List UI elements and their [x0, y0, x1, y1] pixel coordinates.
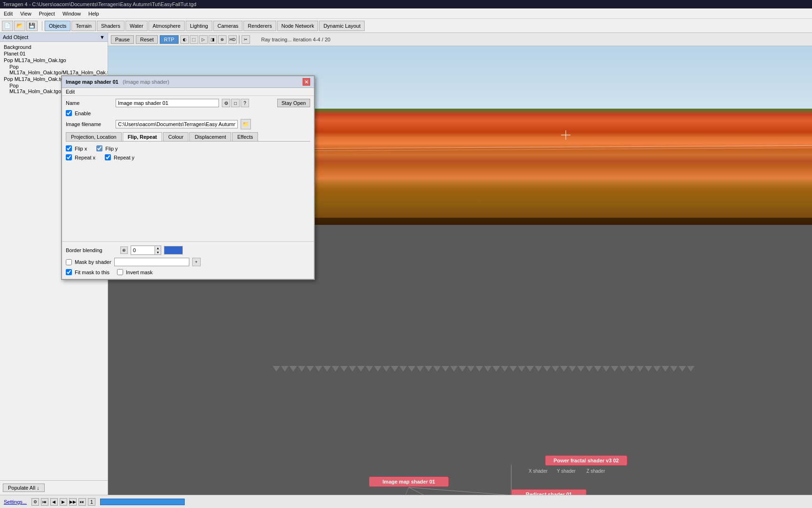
mask-shader-input[interactable] [114, 258, 189, 266]
menu-help[interactable]: Help [85, 10, 103, 17]
gear-icon[interactable]: ⚙ [31, 498, 39, 506]
menu-view[interactable]: View [16, 10, 35, 17]
rtp-button[interactable]: RTP [160, 35, 179, 44]
play-icon[interactable]: ▶ [60, 498, 67, 506]
mask-by-shader-label[interactable]: Mask by shader [75, 259, 111, 265]
render-icon-3[interactable]: ▷ [199, 35, 208, 44]
enable-label[interactable]: Enable [75, 111, 91, 116]
svg-text:Z shader: Z shader [586, 468, 605, 474]
svg-marker-28 [450, 366, 458, 372]
prev-frame-icon[interactable]: ⏮ [41, 498, 48, 506]
spinner-up[interactable]: ▲ [155, 246, 161, 250]
flip-row: Flip x Flip y [66, 145, 310, 151]
tab-flip-repeat[interactable]: Flip, Repeat [123, 132, 162, 141]
render-icon-5[interactable]: ⊕ [218, 35, 226, 44]
image-map-dialog: Image map shader 01 (Image map shader) ✕… [61, 75, 315, 280]
toolbar-new[interactable]: 📄 [2, 21, 13, 31]
pause-button[interactable]: Pause [111, 35, 134, 44]
flip-x-checkbox[interactable] [66, 145, 72, 151]
border-blending-input[interactable] [131, 247, 155, 254]
triangles-svg [273, 366, 812, 373]
tree-planet[interactable]: Planet 01 [2, 50, 106, 57]
render-icon-4[interactable]: ◨ [209, 35, 217, 44]
invert-mask-row: Invert mask [117, 269, 153, 275]
browse-button[interactable]: 📁 [241, 119, 251, 129]
left-panel-footer: Populate All ↓ [0, 480, 108, 495]
toolbar-objects[interactable]: Objects [45, 21, 70, 31]
toolbar-renderers[interactable]: Renderers [243, 21, 276, 31]
mask-by-shader-checkbox[interactable] [66, 259, 72, 265]
dialog-close-button[interactable]: ✕ [303, 78, 310, 86]
svg-marker-39 [543, 366, 551, 372]
invert-mask-label[interactable]: Invert mask [126, 270, 153, 275]
stay-open-button[interactable]: Stay Open [277, 99, 310, 107]
svg-marker-48 [619, 366, 627, 372]
tree-pop1-child[interactable]: Pop ML17a_Holm_Oak.tgo/ML17a_Holm_Oak.tg… [2, 64, 106, 76]
settings-link[interactable]: Settings... [4, 499, 27, 505]
crop-button[interactable]: ✂ [242, 35, 250, 44]
enable-checkbox[interactable] [66, 110, 72, 116]
repeat-x-label[interactable]: Repeat x [75, 155, 95, 160]
icon-btn-1[interactable]: ⚙ [222, 99, 230, 107]
tab-displacement[interactable]: Displacement [189, 132, 231, 141]
svg-marker-53 [662, 366, 669, 372]
repeat-row: Repeat x Repeat y [66, 154, 310, 160]
repeat-y-label[interactable]: Repeat y [114, 155, 134, 160]
node-image-map-shader[interactable]: Image map shader 01 [369, 476, 449, 487]
toolbar-open[interactable]: 📂 [14, 21, 25, 31]
toolbar-atmosphere[interactable]: Atmosphere [148, 21, 185, 31]
hd-button[interactable]: HD [228, 35, 237, 44]
tree-background[interactable]: Background [2, 44, 106, 50]
invert-mask-checkbox[interactable] [117, 269, 123, 275]
flip-x-label[interactable]: Flip x [75, 146, 87, 151]
spinner-down[interactable]: ▼ [155, 250, 161, 254]
toolbar-save[interactable]: 💾 [26, 21, 38, 31]
dialog-edit-menu[interactable]: Edit [66, 89, 75, 95]
toolbar-lighting[interactable]: Lighting [186, 21, 212, 31]
step-forward-icon[interactable]: ▶▶ [69, 498, 77, 506]
flip-x-row: Flip x [66, 145, 87, 151]
render-icon-2[interactable]: ⬚ [190, 35, 198, 44]
repeat-x-checkbox[interactable] [66, 154, 72, 160]
toolbar-cameras[interactable]: Cameras [213, 21, 243, 31]
render-status: Ray tracing... iteration 4-4 / 20 [261, 37, 330, 42]
render-icon-1[interactable]: ◐ [180, 35, 189, 44]
mask-shader-btn[interactable]: + [192, 258, 201, 266]
tab-effects[interactable]: Effects [232, 132, 258, 141]
icon-btn-3[interactable]: ? [241, 99, 249, 107]
fit-mask-label[interactable]: Fit mask to this [75, 270, 109, 275]
toolbar-water[interactable]: Water [125, 21, 148, 31]
toolbar-terrain[interactable]: Terrain [71, 21, 96, 31]
menu-window[interactable]: Window [59, 10, 85, 17]
reset-button[interactable]: Reset [136, 35, 158, 44]
repeat-y-checkbox[interactable] [105, 154, 111, 160]
icon-btn-2[interactable]: □ [231, 99, 240, 107]
node-redirect-shader[interactable]: Redirect shader 01 [511, 489, 586, 495]
tree-pop1[interactable]: Pop ML17a_Holm_Oak.tgo [2, 57, 106, 64]
toolbar-node-network[interactable]: Node Network [277, 21, 319, 31]
tab-colour[interactable]: Colour [163, 132, 188, 141]
frame-number-input[interactable]: 1 [88, 498, 95, 506]
populate-all-button[interactable]: Populate All ↓ [3, 484, 45, 492]
dialog-enable-row: Enable [66, 110, 310, 116]
menu-project[interactable]: Project [35, 10, 59, 17]
menu-edit[interactable]: Edit [0, 10, 16, 17]
step-back-icon[interactable]: ◀ [50, 498, 58, 506]
tab-projection[interactable]: Projection, Location [66, 132, 122, 141]
flip-y-checkbox[interactable] [96, 145, 102, 151]
toolbar-shaders[interactable]: Shaders [97, 21, 125, 31]
filename-input[interactable] [116, 120, 238, 128]
add-object-dropdown[interactable]: ▼ [100, 34, 105, 40]
fit-mask-checkbox[interactable] [66, 269, 72, 275]
dialog-name-input[interactable] [116, 99, 219, 107]
node-power-fractal[interactable]: Power fractal shader v3 02 [545, 455, 627, 466]
toolbar-dynamic-layout[interactable]: Dynamic Layout [319, 21, 365, 31]
border-blend-icon[interactable]: ⊕ [120, 246, 128, 254]
border-blending-row: Border blending ⊕ ▲ ▼ [66, 246, 310, 255]
flip-y-label[interactable]: Flip y [105, 146, 117, 151]
color-swatch[interactable] [164, 246, 183, 254]
svg-marker-49 [628, 366, 635, 372]
svg-marker-55 [679, 366, 686, 372]
svg-marker-15 [340, 366, 348, 372]
next-frame-icon[interactable]: ⏭ [78, 498, 86, 506]
